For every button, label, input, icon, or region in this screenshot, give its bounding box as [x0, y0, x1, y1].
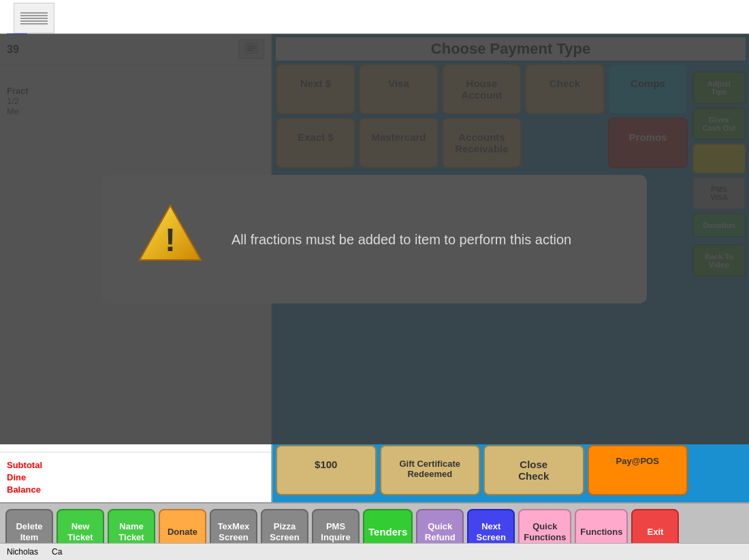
- dine-row: Dine: [7, 472, 264, 482]
- status-bar: Nicholas Ca: [0, 543, 749, 560]
- header: 39: [0, 0, 749, 34]
- balance-row: Balance: [7, 484, 264, 495]
- main-container: 39 Fract 1/2 Me Subtotal Dine Balance: [0, 34, 749, 502]
- svg-text:!: !: [165, 222, 176, 258]
- subtotal-row: Subtotal: [7, 460, 264, 470]
- btn-gift-cert[interactable]: Gift Certificate Redeemed: [380, 445, 481, 495]
- app-container: 39 39 Fract 1/2 Me Subtotal Dine: [0, 0, 749, 560]
- status-extra: Ca: [52, 547, 62, 557]
- btn-close-check[interactable]: Close Check: [483, 445, 584, 495]
- ticket-footer: Subtotal Dine Balance: [0, 452, 271, 502]
- warning-icon: !: [136, 202, 204, 276]
- receipt-thumbnail: [14, 3, 54, 33]
- btn-pay-at-pos[interactable]: Pay@POS: [588, 445, 688, 495]
- status-user: Nicholas: [7, 547, 38, 557]
- modal-message: All fractions must be added to item to p…: [232, 230, 571, 249]
- modal-box: ! All fractions must be added to item to…: [102, 175, 647, 303]
- modal-overlay: ! All fractions must be added to item to…: [0, 34, 749, 444]
- btn-100[interactable]: $100: [276, 445, 377, 495]
